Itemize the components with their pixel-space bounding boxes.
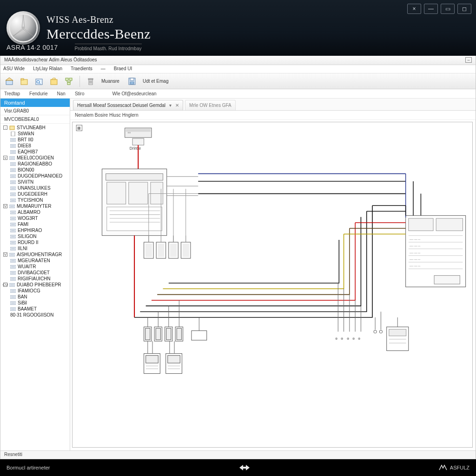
tree-item-label: RDURD II [18,240,38,245]
tree-item-label: SILIGON [18,234,37,239]
svg-rect-24 [130,82,134,84]
tree-item-14[interactable]: ALBAMRO [0,209,70,215]
tree-item-label: WOG3RT [18,216,38,221]
tree-item-30[interactable]: BAAMET [0,306,70,312]
tree-item-31[interactable]: 80·31 RGOOGIISON [0,312,70,318]
sidebar-sub-1[interactable]: Visr.GRAB0 [0,107,70,115]
tool-folder-button[interactable] [48,75,60,87]
tree-item-13[interactable]: VMUMARUIYTER [0,203,70,209]
tree-item-19[interactable]: RDURD II [0,239,70,245]
tree-item-label: SiBil [18,300,27,305]
subtool-3[interactable]: Stiro [75,91,85,96]
breadcrumb: Nenalem Bosire Hiusc Hnglern [70,111,476,120]
titlebar-minimize-button[interactable]: – [465,57,472,63]
svg-rect-152 [156,328,160,340]
tree-item-18[interactable]: SILIGON [0,233,70,239]
menu-item-1[interactable]: LtyLlay Rlalan [33,66,62,72]
svg-text:◍: ◍ [358,337,360,340]
tree-item-10[interactable]: UNANSLUIKES [0,185,70,191]
svg-rect-150 [145,328,150,340]
tree-item-label: EAQHIB7 [18,149,38,154]
svg-rect-92 [106,174,163,180]
menu-item-3[interactable]: — [101,66,106,72]
tool-browse-button[interactable] [33,75,45,87]
tree-item-11[interactable]: DUGEDEERH [0,191,70,197]
subtool-0[interactable]: Tredtap [4,91,20,96]
svg-marker-13 [52,78,55,79]
tree-toggle-icon[interactable]: CU [3,283,7,287]
svg-rect-7 [21,79,27,85]
tree-toggle-icon[interactable]: - [3,126,7,130]
svg-rect-154 [166,328,171,340]
tree-item-20[interactable]: IILNI [0,245,70,251]
subtool-2[interactable]: Nan [57,91,66,96]
svg-rect-126 [409,218,433,231]
tree-toggle-icon[interactable]: V [3,252,7,257]
subtool-4[interactable]: Wle Of@esdeurclean [112,91,156,96]
tree-item-0[interactable]: -STVIJNEABH [0,125,70,131]
tree-item-5[interactable]: vMEEL0COGIOEN [0,155,70,161]
tree-item-2[interactable]: BRT II0 [0,137,70,143]
svg-rect-164 [146,356,159,363]
menu-item-4[interactable]: Braed UI [114,66,132,72]
tree-item-label: BAAMET [18,306,37,311]
diagram-viewport[interactable]: III III Drintte [72,122,473,448]
tab-close-button[interactable]: ✕ [175,103,179,108]
svg-point-193 [379,330,382,333]
svg-rect-198 [243,467,246,469]
tree-item-29[interactable]: SiBil [0,300,70,306]
tree-item-27[interactable]: IFAMIOCG [0,288,70,294]
window-restore-button[interactable]: ▭ [441,4,455,14]
content-area: Hersall Moeaf Sossescaot Deiusel Gemdal … [70,99,476,450]
tool-open-button[interactable] [18,75,30,87]
tree-item-6[interactable]: RAGIONEABBO [0,161,70,167]
tree-item-7[interactable]: BION00 [0,167,70,173]
main-toolbar: Muansre Udt et Emag [0,73,476,89]
tree-item-25[interactable]: RIGIIFIAUICHN [0,276,70,282]
tool-delete-button[interactable] [85,75,97,87]
tree-toggle-icon[interactable]: V [3,204,7,208]
subtool-1[interactable]: Fendurie [29,91,47,96]
footer-left: Bormucl artireneter [7,465,50,470]
menu-item-2[interactable]: Traedients [71,66,93,72]
sidebar-sub-2[interactable]: MVCOBEBEAL0 [0,115,70,124]
svg-rect-93 [107,182,126,204]
tree-item-16[interactable]: FAMI [0,221,70,227]
tree-item-label: DIEE8 [18,143,31,148]
tool-home-button[interactable] [3,75,15,87]
sidebar-heading[interactable]: Romtand [0,99,70,107]
tree-item-1[interactable]: StiWikN [0,131,70,137]
tree-item-24[interactable]: DIVIBAGCI0ET [0,270,70,276]
tree-item-23[interactable]: WUAITR [0,264,70,270]
window-minimize-button[interactable]: — [424,4,438,14]
toolbar-label-a: Muansre [101,79,119,84]
tree-item-3[interactable]: DIEE8 [0,143,70,149]
app-footer: Bormucl artireneter ASFULZ [0,459,476,476]
document-tab-inactive[interactable]: Mrle OW Etnes GFA [185,100,236,110]
version-code: ASRA 14·2 0017 [7,44,58,51]
svg-text:▦: ▦ [77,126,81,130]
tree-item-26[interactable]: CUDUABO PIHEBEEPR [0,282,70,288]
tree-item-15[interactable]: WOG3RT [0,215,70,221]
tree-item-8[interactable]: DUGOEDPHANIOED [0,173,70,179]
menu-item-0[interactable]: ASU Wide [3,66,25,72]
tree-toggle-icon[interactable]: v [3,156,7,160]
tree-item-21[interactable]: VAISHUOHENTIRAGR [0,251,70,258]
tree-item-22[interactable]: MGEURAATEN [0,258,70,264]
window-maximize-button[interactable]: ◻ [457,4,471,14]
tree-item-9[interactable]: SIViITN [0,179,70,185]
svg-marker-2 [23,28,33,36]
tree-item-28[interactable]: BAN [0,294,70,300]
tree-item-12[interactable]: TYCISHION [0,197,70,203]
tool-save-button[interactable] [126,75,138,87]
navigation-sidebar: Romtand Visr.GRAB0 MVCOBEBEAL0 -STVIJNEA… [0,99,70,450]
tree-item-17[interactable]: EHPHIRAO [0,227,70,233]
tool-tree-button[interactable] [63,75,75,87]
window-help-button[interactable]: × [407,4,421,14]
tree-item-label: WUAITR [18,264,36,269]
tree-item-label: MGEURAATEN [18,258,50,263]
tree-item-4[interactable]: EAQHIB7 [0,149,70,155]
document-tab-active[interactable]: Hersall Moeaf Sossescaot Deiusel Gemdal … [73,100,183,110]
svg-text:----- ---- ---: ----- ---- --- [410,245,421,247]
toolbar-separator-1 [79,76,80,87]
